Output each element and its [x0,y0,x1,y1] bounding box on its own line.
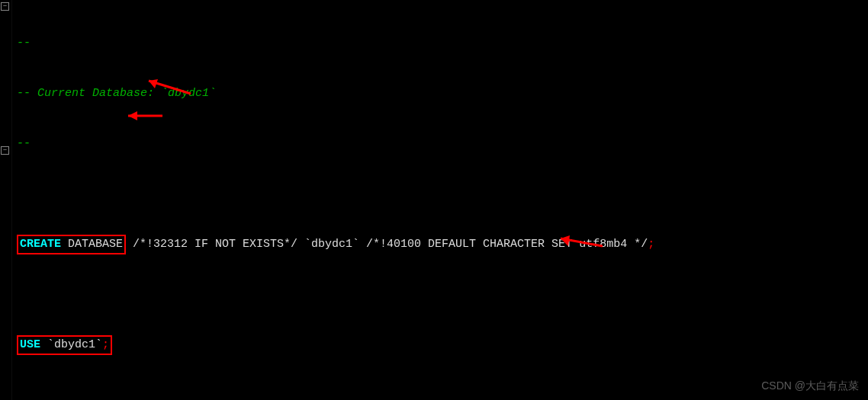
code-line: -- [15,35,868,52]
highlight-box: CREATE DATABASE [17,235,126,254]
code-editor[interactable]: -- -- Current Database: `dbydc1` -- CREA… [0,0,868,400]
code-line: USE `dbydc1`; [15,337,868,354]
code-line: -- Current Database: `dbydc1` [15,85,868,102]
editor-gutter: − − [0,0,12,400]
fold-icon[interactable]: − [1,2,9,11]
code-line: -- [15,136,868,152]
code-line: CREATE DATABASE /*!32312 IF NOT EXISTS*/… [15,236,868,253]
code-line [15,387,868,400]
code-line [15,186,868,203]
watermark: CSDN @大白有点菜 [761,377,859,394]
highlight-box: USE `dbydc1`; [17,335,112,355]
fold-icon[interactable]: − [1,146,9,155]
code-line [15,286,868,303]
